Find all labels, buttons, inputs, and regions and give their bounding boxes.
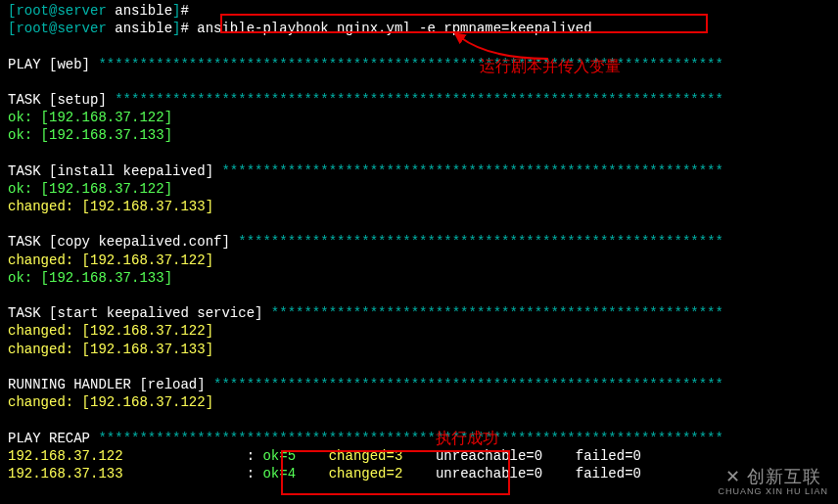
task-start-result-2: changed: [192.168.37.133] [8, 341, 830, 358]
task-setup-result-2: ok: [192.168.37.133] [8, 126, 830, 144]
watermark-sub: CHUANG XIN HU LIAN [718, 486, 828, 498]
task-setup-result-1: ok: [192.168.37.122] [8, 109, 830, 126]
task-install-result-1: ok: [192.168.37.122] [8, 180, 830, 198]
task-start-header: TASK [start keepalived service] ********… [8, 304, 830, 322]
task-setup-header: TASK [setup] ***************************… [8, 91, 830, 109]
user-host: root@server [16, 21, 106, 36]
cwd: ansible [115, 21, 172, 36]
task-install-result-2: changed: [192.168.37.133] [8, 198, 830, 215]
play-header: PLAY [web] *****************************… [8, 56, 830, 73]
task-copy-result-2: ok: [192.168.37.133] [8, 269, 830, 287]
task-copy-header: TASK [copy keepalived.conf] ************… [8, 233, 830, 251]
recap-row-2: 192.168.37.133 : ok=4 changed=2 unreacha… [8, 465, 830, 482]
prompt-line-truncated: [root@server ansible]# [8, 2, 830, 20]
prompt-hash: # [180, 21, 188, 36]
recap-header: PLAY RECAP *****************************… [8, 430, 830, 447]
prompt-line[interactable]: [root@server ansible]# ansible-playbook … [8, 20, 830, 37]
task-install-header: TASK [install keepalived] **************… [8, 162, 830, 180]
task-start-result-1: changed: [192.168.37.122] [8, 322, 830, 340]
task-copy-result-1: changed: [192.168.37.122] [8, 252, 830, 269]
handler-result-1: changed: [192.168.37.122] [8, 393, 830, 411]
command-text: ansible-playbook nginx.yml -e rpmname=ke… [189, 21, 592, 36]
recap-row-1: 192.168.37.122 : ok=5 changed=3 unreacha… [8, 447, 830, 465]
handler-header: RUNNING HANDLER [reload] ***************… [8, 376, 830, 393]
